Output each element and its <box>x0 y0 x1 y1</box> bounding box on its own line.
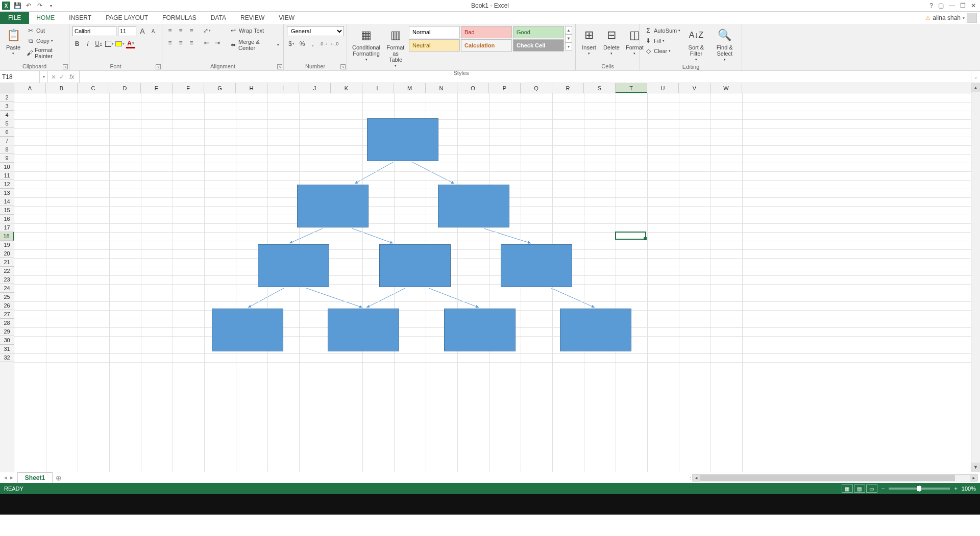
row-header-4[interactable]: 4 <box>0 111 14 119</box>
shape-rectangle[interactable] <box>560 309 631 351</box>
zoom-out-button[interactable]: − <box>881 486 885 492</box>
zoom-slider[interactable] <box>889 488 950 490</box>
new-sheet-button[interactable]: ⊕ <box>53 472 65 483</box>
row-header-23[interactable]: 23 <box>0 275 14 284</box>
row-header-31[interactable]: 31 <box>0 345 14 353</box>
horizontal-scrollbar[interactable]: ⋮ ◄ ► <box>65 472 980 483</box>
merge-center-button[interactable]: ⬌Merge & Center▾ <box>228 38 280 52</box>
percent-button[interactable]: % <box>298 39 307 48</box>
style-calculation[interactable]: Calculation <box>461 39 512 52</box>
sheet-nav-prev-icon[interactable]: ◄ <box>3 475 8 480</box>
row-header-32[interactable]: 32 <box>0 353 14 362</box>
col-header-E[interactable]: E <box>141 83 173 93</box>
row-header-22[interactable]: 22 <box>0 267 14 275</box>
row-header-8[interactable]: 8 <box>0 145 14 154</box>
redo-icon[interactable]: ↷ <box>36 2 44 10</box>
col-header-M[interactable]: M <box>394 83 426 93</box>
style-neutral[interactable]: Neutral <box>409 39 460 52</box>
grow-font-button[interactable]: A <box>138 27 147 36</box>
view-normal-icon[interactable]: ▦ <box>842 484 853 493</box>
style-check-cell[interactable]: Check Cell <box>513 39 564 52</box>
hscroll-thumb[interactable] <box>700 475 955 481</box>
undo-icon[interactable]: ↶ <box>24 2 33 10</box>
align-middle-button[interactable]: ≡ <box>176 26 185 35</box>
row-header-30[interactable]: 30 <box>0 336 14 345</box>
increase-decimal-button[interactable]: .0→ <box>319 39 328 48</box>
col-header-C[interactable]: C <box>78 83 109 93</box>
row-header-6[interactable]: 6 <box>0 128 14 137</box>
close-icon[interactable]: ✕ <box>971 2 976 9</box>
sheet-nav-next-icon[interactable]: ► <box>9 475 14 480</box>
tab-review[interactable]: REVIEW <box>233 12 272 24</box>
tab-view[interactable]: VIEW <box>272 12 302 24</box>
fx-icon[interactable]: fx <box>67 73 76 81</box>
tab-home[interactable]: HOME <box>29 12 62 24</box>
scroll-up-icon[interactable]: ▲ <box>971 83 980 92</box>
decrease-decimal-button[interactable]: ←.0 <box>330 39 339 48</box>
row-header-14[interactable]: 14 <box>0 197 14 206</box>
delete-cells-button[interactable]: ⊟Delete▾ <box>601 26 622 57</box>
col-header-B[interactable]: B <box>46 83 78 93</box>
row-header-17[interactable]: 17 <box>0 223 14 232</box>
col-header-G[interactable]: G <box>204 83 236 93</box>
row-header-28[interactable]: 28 <box>0 319 14 327</box>
fill-color-button[interactable] <box>115 39 125 48</box>
row-header-5[interactable]: 5 <box>0 119 14 128</box>
row-header-21[interactable]: 21 <box>0 258 14 267</box>
tab-file[interactable]: FILE <box>0 12 29 24</box>
font-name-input[interactable] <box>72 26 116 36</box>
row-header-13[interactable]: 13 <box>0 189 14 197</box>
font-size-input[interactable] <box>118 26 136 36</box>
number-format-select[interactable]: General <box>287 26 344 36</box>
row-header-16[interactable]: 16 <box>0 215 14 223</box>
shape-arrow[interactable] <box>551 288 595 308</box>
number-dialog-launcher[interactable]: ↘ <box>340 64 346 69</box>
col-header-V[interactable]: V <box>679 83 710 93</box>
sort-filter-button[interactable]: A↓ZSort & Filter▾ <box>683 26 708 63</box>
col-header-T[interactable]: T <box>616 83 647 93</box>
fill-button[interactable]: ⬇Fill▾ <box>643 36 681 45</box>
shape-rectangle[interactable] <box>258 244 329 287</box>
paste-button[interactable]: 📋 Paste ▾ <box>3 26 23 57</box>
shape-rectangle[interactable] <box>501 244 572 287</box>
row-header-15[interactable]: 15 <box>0 206 14 215</box>
wrap-text-button[interactable]: ↩Wrap Text <box>228 26 280 35</box>
copy-button[interactable]: ⧉Copy▾ <box>26 36 66 45</box>
align-right-button[interactable]: ≡ <box>187 38 196 47</box>
col-header-L[interactable]: L <box>362 83 394 93</box>
clipboard-dialog-launcher[interactable]: ↘ <box>63 64 68 69</box>
align-top-button[interactable]: ≡ <box>165 26 175 35</box>
accounting-format-button[interactable]: $ <box>287 39 296 48</box>
col-header-W[interactable]: W <box>710 83 742 93</box>
col-header-H[interactable]: H <box>236 83 267 93</box>
format-painter-button[interactable]: 🖌Format Painter <box>26 46 66 60</box>
col-header-P[interactable]: P <box>489 83 521 93</box>
row-header-9[interactable]: 9 <box>0 154 14 163</box>
ribbon-display-icon[interactable]: ▢ <box>938 2 944 9</box>
shape-rectangle[interactable] <box>438 185 509 227</box>
shape-rectangle[interactable] <box>367 118 438 161</box>
row-header-2[interactable]: 2 <box>0 93 14 102</box>
vertical-scrollbar[interactable]: ▲ ▼ <box>971 83 980 472</box>
shape-arrow[interactable] <box>366 288 405 308</box>
cut-button[interactable]: ✂Cut <box>26 26 66 35</box>
tab-formulas[interactable]: FORMULAS <box>155 12 204 24</box>
select-all-button[interactable] <box>0 83 14 93</box>
cancel-formula-icon[interactable]: ✕ <box>51 73 56 81</box>
insert-cells-button[interactable]: ⊞Insert▾ <box>579 26 599 57</box>
col-header-O[interactable]: O <box>457 83 489 93</box>
row-header-25[interactable]: 25 <box>0 293 14 301</box>
cells-area[interactable] <box>14 93 971 472</box>
hscroll-left-icon[interactable]: ◄ <box>693 475 700 482</box>
border-button[interactable] <box>105 39 114 48</box>
comma-button[interactable]: , <box>308 39 317 48</box>
style-good[interactable]: Good <box>513 26 564 38</box>
autosum-button[interactable]: ΣAutoSum▾ <box>643 26 681 35</box>
tab-data[interactable]: DATA <box>204 12 233 24</box>
shape-rectangle[interactable] <box>444 309 516 351</box>
row-header-24[interactable]: 24 <box>0 284 14 293</box>
col-header-A[interactable]: A <box>14 83 46 93</box>
row-header-3[interactable]: 3 <box>0 102 14 111</box>
scroll-down-icon[interactable]: ▼ <box>971 463 980 472</box>
decrease-indent-button[interactable]: ⇤ <box>202 38 211 47</box>
